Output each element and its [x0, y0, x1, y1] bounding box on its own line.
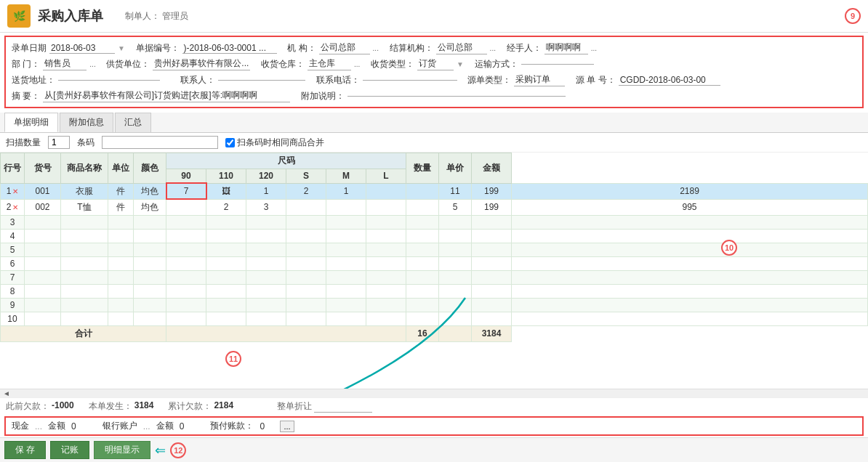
cell-size-0[interactable]: [166, 298, 206, 312]
cell-color[interactable]: [134, 284, 166, 298]
cell-size-1[interactable]: [206, 229, 246, 243]
order-no-value[interactable]: )-2018-06-03-0001 ...: [182, 43, 277, 54]
cell-price[interactable]: [472, 312, 512, 325]
cell-size-0[interactable]: [166, 199, 206, 215]
cell-size-6[interactable]: [406, 243, 439, 256]
cell-code[interactable]: 001: [25, 183, 61, 199]
cell-size-4[interactable]: [326, 256, 366, 270]
cell-size-5[interactable]: [366, 270, 406, 284]
cell-qty[interactable]: [439, 284, 472, 298]
source-type-value[interactable]: 采购订单: [514, 73, 565, 86]
cell-size-3[interactable]: [286, 312, 326, 325]
cell-size-1[interactable]: 🖼: [206, 183, 246, 199]
cell-color[interactable]: 均色: [134, 199, 166, 215]
contact-value[interactable]: [218, 80, 305, 81]
cell-size-5[interactable]: [366, 199, 406, 215]
cell-price[interactable]: [472, 229, 512, 243]
cell-size-5[interactable]: [366, 183, 406, 199]
cell-size-5[interactable]: [366, 256, 406, 270]
cell-size-2[interactable]: 3: [246, 199, 286, 215]
record-button[interactable]: 记账: [50, 441, 89, 459]
cell-size-0[interactable]: [166, 229, 206, 243]
cell-amount[interactable]: [512, 284, 868, 298]
cell-size-6[interactable]: [406, 215, 439, 229]
cell-size-4[interactable]: [326, 199, 366, 215]
cell-name[interactable]: [61, 229, 108, 243]
cell-name[interactable]: [61, 284, 108, 298]
cell-size-6[interactable]: [406, 183, 439, 199]
cell-code[interactable]: 002: [25, 199, 61, 215]
cell-color[interactable]: [134, 312, 166, 325]
cell-size-1[interactable]: [206, 298, 246, 312]
cell-color[interactable]: [134, 229, 166, 243]
cell-size-5[interactable]: [366, 229, 406, 243]
prepay-btn[interactable]: ...: [280, 421, 294, 432]
cell-size-0[interactable]: [166, 270, 206, 284]
cell-qty[interactable]: [439, 256, 472, 270]
cell-size-1[interactable]: [206, 284, 246, 298]
save-button[interactable]: 保 存: [4, 441, 46, 459]
cell-amount[interactable]: 995: [512, 199, 868, 215]
tab-detail[interactable]: 单据明细: [4, 113, 58, 132]
cell-unit[interactable]: [108, 256, 134, 270]
cell-code[interactable]: [25, 270, 61, 284]
barcode-input[interactable]: [102, 136, 218, 149]
cell-unit[interactable]: [108, 243, 134, 256]
cell-qty[interactable]: [439, 229, 472, 243]
supplier-value[interactable]: 贵州好易事软件有限公...: [153, 57, 250, 70]
cell-size-4[interactable]: [326, 243, 366, 256]
cell-size-6[interactable]: [406, 312, 439, 325]
cell-unit[interactable]: 件: [108, 183, 134, 199]
cell-size-0[interactable]: [166, 284, 206, 298]
cell-price[interactable]: [472, 256, 512, 270]
cell-qty[interactable]: [439, 243, 472, 256]
cell-name[interactable]: 衣服: [61, 183, 108, 199]
warehouse-value[interactable]: 主仓库: [308, 57, 351, 70]
source-no-value[interactable]: CGDD-2018-06-03-00: [619, 75, 720, 86]
recv-type-value[interactable]: 订货: [417, 57, 454, 70]
cell-price[interactable]: [472, 215, 512, 229]
cell-size-3[interactable]: [286, 256, 326, 270]
cell-size-3[interactable]: [286, 243, 326, 256]
cell-size-6[interactable]: [406, 229, 439, 243]
cell-price[interactable]: 199: [472, 199, 512, 215]
cell-price[interactable]: [472, 243, 512, 256]
cell-size-3[interactable]: [286, 229, 326, 243]
cell-price[interactable]: [472, 270, 512, 284]
cell-unit[interactable]: [108, 298, 134, 312]
cell-size-4[interactable]: [326, 284, 366, 298]
cell-size-2[interactable]: [246, 256, 286, 270]
cell-color[interactable]: [134, 215, 166, 229]
cell-qty[interactable]: [439, 298, 472, 312]
cell-size-3[interactable]: [286, 298, 326, 312]
cell-amount[interactable]: [512, 215, 868, 229]
transport-value[interactable]: [521, 64, 594, 65]
cell-size-0[interactable]: 7: [166, 183, 206, 199]
cell-unit[interactable]: [108, 215, 134, 229]
cell-size-5[interactable]: [366, 284, 406, 298]
cell-color[interactable]: [134, 298, 166, 312]
cell-size-2[interactable]: [246, 312, 286, 325]
delete-icon[interactable]: ✕: [12, 203, 18, 211]
handler-value[interactable]: 啊啊啊啊: [544, 41, 588, 54]
remark-value[interactable]: 从[贵州好易事软件有限公司]订货购进[衣服]等:啊啊啊啊: [43, 89, 290, 102]
cell-amount[interactable]: [512, 270, 868, 284]
cell-code[interactable]: [25, 229, 61, 243]
cell-size-6[interactable]: [406, 256, 439, 270]
cell-size-4[interactable]: [326, 270, 366, 284]
cell-name[interactable]: T恤: [61, 199, 108, 215]
cell-size-1[interactable]: [206, 243, 246, 256]
cell-code[interactable]: [25, 298, 61, 312]
detail-button[interactable]: 明细显示: [94, 441, 150, 459]
cell-size-4[interactable]: [326, 312, 366, 325]
cell-code[interactable]: [25, 215, 61, 229]
cell-name[interactable]: [61, 298, 108, 312]
cell-name[interactable]: [61, 243, 108, 256]
cell-unit[interactable]: [108, 312, 134, 325]
cell-code[interactable]: [25, 256, 61, 270]
cell-size-3[interactable]: 2: [286, 183, 326, 199]
cell-size-5[interactable]: [366, 312, 406, 325]
cell-qty[interactable]: [439, 312, 472, 325]
cell-color[interactable]: [134, 256, 166, 270]
cell-unit[interactable]: [108, 229, 134, 243]
